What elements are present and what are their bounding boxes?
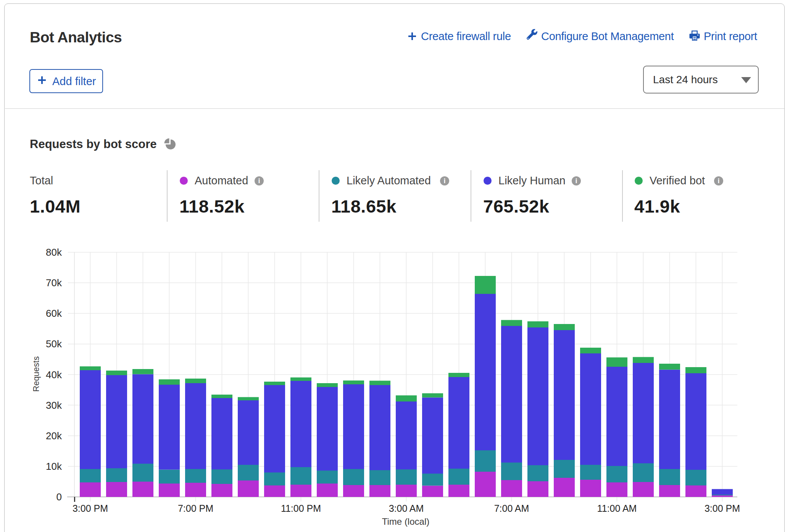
svg-text:80k: 80k xyxy=(46,247,62,258)
svg-text:50k: 50k xyxy=(46,338,62,350)
svg-text:30k: 30k xyxy=(46,400,62,411)
svg-text:3:00 PM: 3:00 PM xyxy=(705,503,740,514)
svg-text:3:00 PM: 3:00 PM xyxy=(73,503,108,514)
svg-text:40k: 40k xyxy=(46,369,62,380)
svg-text:0: 0 xyxy=(56,491,62,503)
svg-text:Requests: Requests xyxy=(31,356,41,392)
svg-text:3:00 AM: 3:00 AM xyxy=(389,503,424,514)
svg-text:Time (local): Time (local) xyxy=(382,516,429,527)
svg-text:7:00 PM: 7:00 PM xyxy=(178,503,213,514)
svg-text:7:00 AM: 7:00 AM xyxy=(494,503,529,514)
svg-text:11:00 PM: 11:00 PM xyxy=(281,503,321,514)
svg-text:11:00 AM: 11:00 AM xyxy=(597,503,637,514)
svg-text:70k: 70k xyxy=(46,277,62,289)
svg-text:20k: 20k xyxy=(46,430,62,442)
svg-text:10k: 10k xyxy=(46,461,62,472)
svg-text:60k: 60k xyxy=(46,308,62,319)
